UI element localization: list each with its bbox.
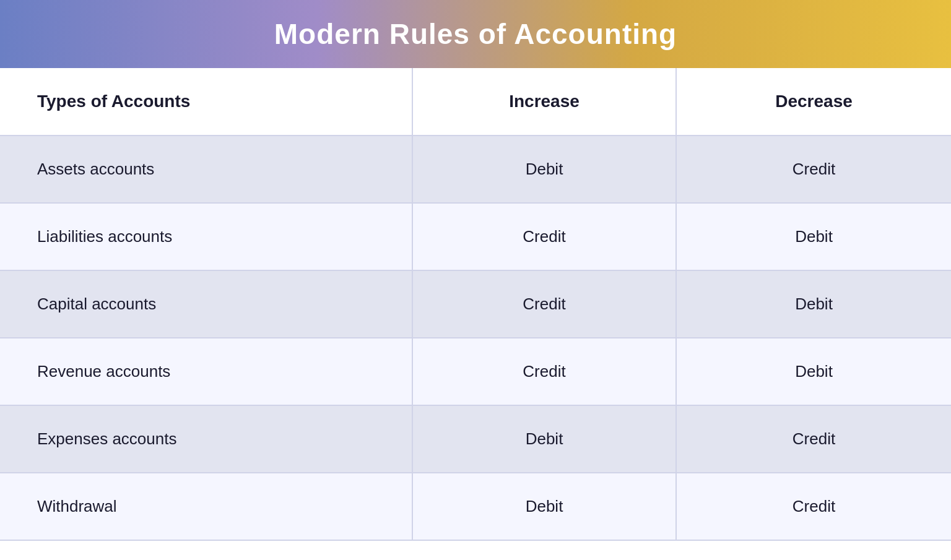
cell-account-type: Expenses accounts	[0, 405, 412, 473]
cell-decrease: Debit	[676, 338, 951, 405]
cell-decrease: Credit	[676, 136, 951, 203]
table-row: WithdrawalDebitCredit	[0, 473, 951, 540]
column-header-account-type: Types of Accounts	[0, 68, 412, 136]
cell-increase: Debit	[412, 405, 676, 473]
cell-decrease: Debit	[676, 270, 951, 338]
table-row: Capital accountsCreditDebit	[0, 270, 951, 338]
table-row: Expenses accountsDebitCredit	[0, 405, 951, 473]
cell-increase: Credit	[412, 338, 676, 405]
cell-account-type: Withdrawal	[0, 473, 412, 540]
column-header-decrease: Decrease	[676, 68, 951, 136]
cell-decrease: Credit	[676, 405, 951, 473]
cell-increase: Credit	[412, 270, 676, 338]
cell-account-type: Capital accounts	[0, 270, 412, 338]
table-header-row: Types of Accounts Increase Decrease	[0, 68, 951, 136]
accounting-rules-table: Types of Accounts Increase Decrease Asse…	[0, 68, 951, 541]
table-row: Assets accountsDebitCredit	[0, 136, 951, 203]
cell-decrease: Debit	[676, 203, 951, 270]
table-container: Types of Accounts Increase Decrease Asse…	[0, 68, 951, 541]
page-header: Modern Rules of Accounting	[0, 0, 951, 68]
cell-account-type: Assets accounts	[0, 136, 412, 203]
table-row: Liabilities accountsCreditDebit	[0, 203, 951, 270]
cell-account-type: Liabilities accounts	[0, 203, 412, 270]
column-header-increase: Increase	[412, 68, 676, 136]
page-title: Modern Rules of Accounting	[274, 17, 677, 51]
cell-increase: Debit	[412, 473, 676, 540]
cell-account-type: Revenue accounts	[0, 338, 412, 405]
table-row: Revenue accountsCreditDebit	[0, 338, 951, 405]
cell-increase: Credit	[412, 203, 676, 270]
cell-increase: Debit	[412, 136, 676, 203]
cell-decrease: Credit	[676, 473, 951, 540]
